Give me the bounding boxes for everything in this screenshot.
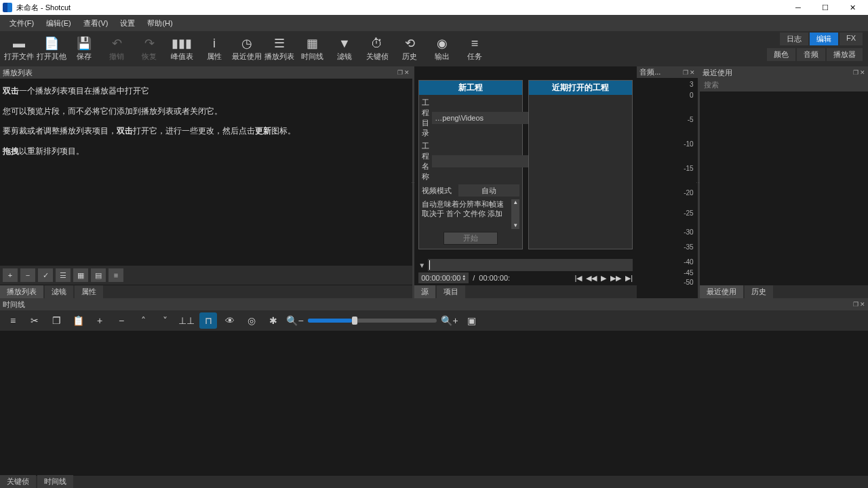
timeline-panel: 时间线 ❐✕ ≡ ✂ ❐ 📋 + − ˄ ˅ ⊥⊥ ⊓ 👁 ◎ ✱ 🔍− 🔍+ …	[0, 298, 868, 476]
tab-project[interactable]: 项目	[437, 285, 465, 298]
redo-button[interactable]: ↷恢复	[133, 33, 165, 65]
menubar: 文件(F) 编辑(E) 查看(V) 设置 帮助(H)	[0, 15, 868, 31]
history-button[interactable]: ⟲历史	[393, 33, 426, 65]
current-timecode[interactable]: 00:00:00:00▲▼	[418, 272, 469, 283]
menu-help[interactable]: 帮助(H)	[142, 17, 178, 30]
timeline-button[interactable]: ▦时间线	[296, 33, 328, 65]
recent-project-tab: 近期打开的工程	[529, 81, 632, 95]
timeline-toolbar: ≡ ✂ ❐ 📋 + − ˄ ˅ ⊥⊥ ⊓ 👁 ◎ ✱ 🔍− 🔍+ ▣	[0, 310, 868, 331]
project-note: 自动意味着分辨率和帧速取决于 首个 文件你 添加▲▼	[422, 199, 519, 229]
dir-label: 工程目录	[422, 98, 429, 138]
zoom-fit-button[interactable]: ▣	[462, 312, 480, 329]
play-button[interactable]: ▶	[601, 274, 606, 283]
check-button[interactable]: ✓	[38, 268, 53, 282]
info-icon: i	[213, 37, 216, 50]
dir-input[interactable]	[432, 112, 531, 124]
playlist-buttons: + − ✓ ☰ ▦ ▤ ≡	[0, 266, 412, 285]
ripple-button[interactable]: ◎	[243, 312, 260, 329]
edit-tab[interactable]: 编辑	[810, 33, 838, 45]
detail-view-button[interactable]: ▤	[91, 268, 106, 282]
menu-file[interactable]: 文件(F)	[4, 17, 39, 30]
recent-search[interactable]: 搜索	[700, 79, 868, 92]
skip-start-button[interactable]: |◀	[574, 274, 582, 283]
minimize-button[interactable]: ─	[785, 0, 811, 15]
tab-props[interactable]: 属性	[75, 285, 103, 298]
tab-filters[interactable]: 滤镜	[45, 285, 73, 298]
jobs-button[interactable]: ≡任务	[458, 33, 491, 65]
color-tab[interactable]: 颜色	[767, 48, 795, 61]
export-button[interactable]: ◉输出	[426, 33, 458, 65]
restore-icon[interactable]: ❐	[853, 69, 859, 76]
ripple-all-button[interactable]: ✱	[264, 312, 282, 329]
cut-button[interactable]: ✂	[26, 312, 43, 329]
playlist-button[interactable]: ☰播放列表	[263, 33, 296, 65]
start-button[interactable]: 开始	[443, 232, 498, 245]
list-view-button[interactable]: ☰	[56, 268, 71, 282]
keyframes-button[interactable]: ⏱关键侦	[361, 33, 393, 65]
zoom-out-button[interactable]: 🔍−	[286, 312, 304, 329]
scrub-button[interactable]: 👁	[221, 312, 239, 329]
tab-source[interactable]: 源	[414, 285, 435, 298]
tab-recent[interactable]: 最近使用	[700, 285, 743, 298]
footer-tabs: 关键侦 时间线	[0, 475, 73, 488]
audio-tab[interactable]: 音频	[797, 48, 825, 61]
delete-button[interactable]: −	[113, 312, 130, 329]
undo-button[interactable]: ↶撤销	[100, 33, 133, 65]
overwrite-button[interactable]: ˅	[156, 312, 174, 329]
save-button[interactable]: 💾保存	[68, 33, 100, 65]
jobs-icon: ≡	[471, 37, 479, 50]
props-button[interactable]: i属性	[198, 33, 231, 65]
recent-button[interactable]: ◷最近使用	[231, 33, 263, 65]
fx-tab[interactable]: FX	[840, 33, 863, 45]
tab-timeline[interactable]: 时间线	[37, 475, 73, 488]
filters-button[interactable]: ▼滤镜	[328, 33, 361, 65]
folder-icon: ▬	[13, 37, 25, 50]
snap-button[interactable]: ⊓	[199, 312, 217, 329]
note-scrollbar[interactable]: ▲▼	[511, 199, 519, 229]
log-tab[interactable]: 日志	[780, 33, 808, 45]
name-input[interactable]	[432, 155, 531, 167]
append-button[interactable]: +	[91, 312, 108, 329]
menu-edit[interactable]: 编辑(E)	[41, 17, 77, 30]
menu-settings[interactable]: 设置	[115, 17, 140, 30]
seek-bar[interactable]	[428, 259, 633, 271]
close-button[interactable]: ✕	[840, 0, 865, 15]
zoom-slider[interactable]	[308, 319, 437, 323]
player-panel: 新工程 工程目录 工程名称 视频模式自动 自动意味着分辨率和帧速取决于 首个 文…	[414, 66, 637, 298]
paste-button[interactable]: 📋	[69, 312, 87, 329]
undo-icon: ↶	[112, 37, 122, 50]
menu-button[interactable]: ≡	[4, 312, 22, 329]
restore-icon[interactable]: ❐	[683, 69, 688, 76]
grid-view-button[interactable]: ▦	[73, 268, 88, 282]
close-icon[interactable]: ✕	[690, 69, 695, 76]
peak-button[interactable]: ▮▮▮峰值表	[165, 33, 198, 65]
compact-view-button[interactable]: ≡	[108, 268, 123, 282]
restore-icon[interactable]: ❐	[397, 69, 403, 76]
maximize-button[interactable]: ☐	[812, 0, 838, 15]
close-icon[interactable]: ✕	[404, 69, 410, 76]
tab-playlist[interactable]: 播放列表	[0, 285, 43, 298]
skip-end-button[interactable]: ▶|	[625, 274, 633, 283]
add-button[interactable]: +	[3, 268, 18, 282]
close-icon[interactable]: ✕	[860, 69, 865, 76]
main-area: 播放列表 ❐✕ 双击一个播放列表项目在播放器中打开它 您可以预览片段，而不必将它…	[0, 66, 868, 298]
open-other-button[interactable]: 📄打开其他	[35, 33, 68, 65]
mode-select[interactable]: 自动	[458, 184, 519, 197]
menu-view[interactable]: 查看(V)	[78, 17, 114, 30]
step-fwd-button[interactable]: ▶▶	[610, 274, 621, 283]
player-tab[interactable]: 播放器	[827, 48, 863, 61]
split-button[interactable]: ⊥⊥	[178, 312, 195, 329]
tab-keyframes[interactable]: 关键侦	[0, 475, 36, 488]
restore-icon[interactable]: ❐	[853, 301, 859, 308]
copy-button[interactable]: ❐	[47, 312, 65, 329]
close-icon[interactable]: ✕	[860, 301, 865, 308]
zoom-in-button[interactable]: 🔍+	[441, 312, 458, 329]
timeline-body[interactable]	[0, 331, 868, 476]
remove-button[interactable]: −	[20, 268, 35, 282]
chevron-down-icon[interactable]: ▼	[418, 262, 425, 269]
lift-button[interactable]: ˄	[134, 312, 152, 329]
audio-panel-title: 音频...	[639, 67, 660, 77]
tab-history[interactable]: 历史	[745, 285, 773, 298]
open-file-button[interactable]: ▬打开文件	[3, 33, 35, 65]
step-back-button[interactable]: ◀◀	[586, 274, 597, 283]
